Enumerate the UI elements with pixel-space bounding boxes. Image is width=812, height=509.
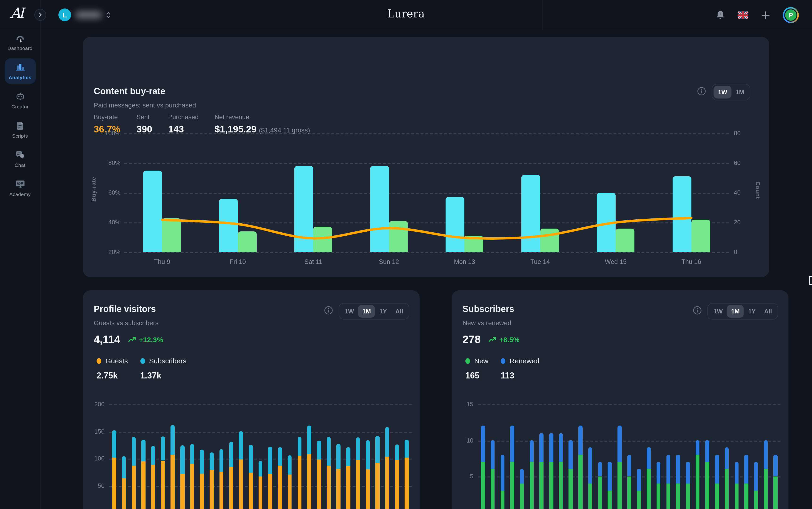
renewed-bar-segment — [725, 447, 729, 469]
guests-bar-segment — [356, 460, 360, 509]
x-axis-label: Thu 9 — [139, 258, 186, 265]
subscribers-bar-segment — [268, 446, 272, 474]
x-axis-label: Fri 10 — [214, 258, 261, 265]
sent-bar — [597, 193, 616, 252]
sidebar-item-dashboard[interactable]: Dashboard — [4, 30, 36, 55]
new-bar-segment — [540, 462, 544, 509]
new-bar-segment — [608, 490, 612, 509]
sidebar-divider — [40, 0, 40, 509]
subscribers-bar-segment — [395, 444, 399, 460]
profile-menu-button[interactable]: P — [783, 7, 799, 23]
renewed-bar-segment — [598, 462, 602, 476]
left-axis-tick: 80% — [100, 159, 120, 166]
sent-bar — [673, 176, 692, 252]
guests-bar-segment — [278, 466, 282, 509]
bell-icon — [716, 10, 725, 20]
visitors-chart: 20015010050 — [83, 290, 420, 509]
add-button[interactable] — [761, 10, 770, 20]
new-bar-segment — [695, 454, 699, 509]
sidebar-item-academy[interactable]: Academy — [4, 175, 36, 201]
new-bar-segment — [549, 462, 553, 509]
new-bar-segment — [627, 476, 631, 509]
sidebar-item-scripts[interactable]: Scripts — [4, 117, 36, 142]
renewed-bar-segment — [510, 426, 514, 462]
notifications-button[interactable] — [716, 10, 725, 20]
sidebar-item-label: Creator — [11, 104, 29, 109]
new-bar-segment — [510, 462, 514, 509]
sidebar-item-chat[interactable]: Chat — [4, 146, 36, 172]
renewed-bar-segment — [530, 440, 533, 462]
sent-bar — [219, 199, 238, 252]
new-bar-segment — [686, 483, 690, 509]
new-bar-segment — [754, 490, 758, 509]
guests-bar-segment — [307, 454, 311, 509]
subscribers-bar-segment — [327, 437, 331, 466]
sent-bar — [521, 175, 540, 252]
guests-bar-segment — [405, 457, 409, 509]
language-button[interactable] — [738, 11, 748, 19]
subscribers-bar-segment — [288, 455, 292, 475]
subscribers-bar-segment — [259, 461, 263, 476]
renewed-bar-segment — [754, 462, 758, 490]
subscribers-bar-segment — [210, 452, 214, 470]
account-avatar: L — [59, 8, 71, 21]
renewed-bar-segment — [549, 433, 553, 462]
new-bar-segment — [774, 476, 778, 509]
guests-bar-segment — [336, 469, 340, 509]
guests-bar-segment — [190, 464, 194, 509]
account-selector[interactable]: L — [59, 8, 111, 21]
new-bar-segment — [705, 462, 709, 509]
new-bar-segment — [618, 462, 622, 509]
renewed-bar-segment — [501, 454, 505, 490]
sidebar-item-label: Dashboard — [7, 45, 33, 51]
renewed-bar-segment — [695, 440, 699, 454]
guests-bar-segment — [385, 457, 389, 509]
sent-bar — [143, 170, 162, 252]
new-bar-segment — [744, 483, 748, 509]
y-axis-tick: 150 — [87, 428, 105, 435]
purchased-bar — [313, 227, 332, 252]
gridline — [124, 223, 729, 224]
subscribers-bar-segment — [405, 440, 409, 457]
sidebar-item-label: Academy — [9, 191, 31, 197]
sidebar-collapse-button[interactable] — [34, 9, 46, 21]
new-bar-segment — [725, 469, 729, 509]
sent-bar — [370, 166, 389, 252]
renewed-bar-segment — [666, 454, 670, 483]
renewed-bar-segment — [481, 426, 485, 462]
new-bar-segment — [764, 469, 768, 509]
subscribers-bar-segment — [249, 445, 253, 473]
purchased-bar — [465, 236, 483, 252]
sent-bar — [295, 166, 313, 252]
gridline — [478, 440, 780, 441]
topbar: AI Lurera L — [0, 0, 812, 30]
left-axis-tick: 20% — [100, 248, 120, 256]
bar-chart-icon — [15, 63, 25, 72]
renewed-bar-segment — [608, 462, 612, 490]
subscribers-bar-segment — [171, 425, 175, 455]
guests-bar-segment — [112, 457, 116, 509]
topbar-actions: P — [716, 0, 799, 30]
content-buy-rate-card: Content buy-rate Paid messages: sent vs … — [83, 37, 769, 277]
purchased-bar — [238, 231, 257, 252]
new-bar-segment — [588, 483, 592, 509]
guests-bar-segment — [161, 461, 165, 509]
new-bar-segment — [666, 483, 670, 509]
purchased-bar — [692, 219, 710, 252]
subscribers-bar-segment — [112, 430, 116, 457]
chevron-right-icon — [38, 12, 42, 18]
new-bar-segment — [657, 483, 661, 509]
y-axis-tick: 5 — [456, 473, 473, 480]
sidebar-item-creator[interactable]: Creator — [4, 88, 36, 113]
new-bar-segment — [578, 454, 582, 509]
subscribers-bar-segment — [346, 447, 350, 466]
guests-bar-segment — [171, 455, 175, 509]
renewed-bar-segment — [520, 469, 524, 483]
new-bar-segment — [481, 462, 485, 509]
subscribers-bar-segment — [141, 440, 145, 461]
renewed-bar-segment — [657, 462, 661, 483]
new-bar-segment — [676, 483, 680, 509]
gridline — [124, 133, 729, 134]
sidebar-item-analytics[interactable]: Analytics — [4, 59, 36, 84]
left-axis-title: Buy-rate — [90, 177, 97, 201]
